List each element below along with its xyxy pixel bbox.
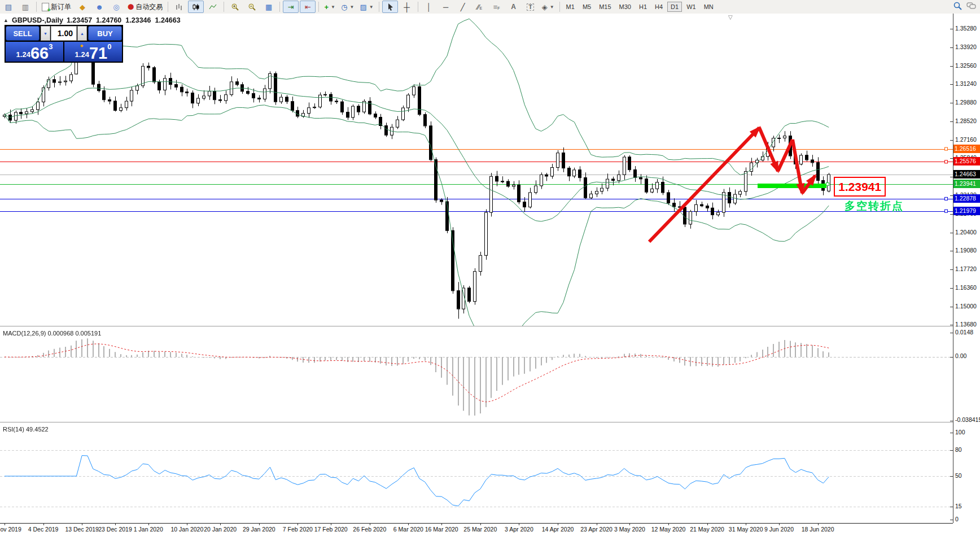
toolbar-separator [559, 2, 560, 12]
tile-windows-button[interactable]: ▦ [261, 1, 277, 13]
main-chart-canvas[interactable] [0, 14, 953, 326]
autotrading-label: 自动交易 [135, 2, 163, 12]
text-button[interactable]: A [506, 1, 522, 13]
volume-increase-button[interactable]: ▲ [77, 26, 87, 41]
tf-button-m1[interactable]: M1 [563, 2, 578, 12]
chart-shift-button[interactable]: ⇤ [300, 1, 316, 13]
text-label-button[interactable]: T [523, 1, 539, 13]
x-axis-label: 17 Feb 2020 [311, 526, 351, 533]
fibonacci-button[interactable]: ≡F [489, 1, 505, 13]
y-axis-label: 1.17720 [955, 265, 980, 273]
bar-chart-button[interactable] [171, 1, 187, 13]
sell-price-prefix: 1.24 [16, 50, 30, 59]
new-chart-button[interactable]: ▤ [1, 1, 16, 13]
x-axis-tick [408, 523, 409, 525]
zoom-out-icon [248, 3, 256, 11]
x-axis-label: 9 Jun 2020 [759, 526, 799, 533]
candlestick-chart-button[interactable] [188, 1, 204, 13]
rsi-label: RSI(14) [3, 426, 24, 433]
zoom-in-icon [231, 3, 239, 11]
market-button[interactable]: ◆ [75, 1, 90, 13]
arrows-button[interactable]: ◈▼ [540, 1, 557, 13]
x-axis-tick [82, 523, 82, 525]
tf-button-d1[interactable]: D1 [667, 2, 682, 12]
buy-price-big: 71 [89, 46, 107, 60]
buy-price-display[interactable]: ◆ 1.24 71 0 [64, 42, 122, 62]
auto-scroll-button[interactable]: ⇥ [283, 1, 299, 13]
hline-label-support1[interactable]: 1.22878 [953, 194, 980, 203]
profiles-button[interactable]: ▥ [18, 1, 33, 13]
macd-axis-label: -0.038415 [955, 416, 980, 424]
turning-point-note[interactable]: 多空转折点 [845, 199, 904, 213]
indicators-button[interactable]: +▼ [322, 1, 338, 13]
search-icon[interactable] [953, 1, 962, 10]
tf-button-m5[interactable]: M5 [579, 2, 594, 12]
x-axis-tick [746, 523, 746, 525]
auto-scroll-icon: ⇥ [288, 3, 294, 11]
sell-price-display[interactable]: 1.24 66 3 [6, 42, 63, 62]
text-icon: A [511, 3, 516, 10]
rsi-title: RSI(14) 49.4522 [3, 426, 49, 433]
chevron-down-icon: ▼ [331, 5, 335, 10]
vertical-line-button[interactable]: │ [421, 1, 437, 13]
y-axis-label: 1.16360 [955, 284, 980, 291]
tf-button-mn[interactable]: MN [701, 2, 717, 12]
volume-input[interactable]: 1.00 [51, 26, 77, 41]
hline-label-resistance2[interactable]: 1.25576 [953, 157, 980, 165]
hline-label-support-green[interactable]: 1.23941 [953, 180, 980, 188]
ohlc-high: 1.24760 [96, 16, 121, 24]
horizontal-line-button[interactable]: ─ [438, 1, 454, 13]
y-axis-label: 1.29880 [955, 99, 980, 106]
price-annotation-box[interactable]: 1.23941 [834, 177, 886, 197]
x-axis-tick [441, 523, 442, 525]
y-axis-label: 1.32560 [955, 62, 980, 69]
y-axis-label: 1.31240 [955, 80, 980, 88]
x-axis-tick [779, 523, 780, 525]
volume-decrease-button[interactable]: ▼ [41, 26, 50, 41]
signals-button[interactable]: ☻ [91, 1, 107, 13]
chart-shift-icon: ⇤ [305, 3, 311, 11]
add-indicator-icon: + [324, 3, 329, 11]
tf-button-w1[interactable]: W1 [683, 2, 699, 12]
chat-icon[interactable] [966, 2, 977, 10]
collapse-panel-toggle[interactable]: ▲ [3, 18, 8, 23]
toolbar-separator [36, 2, 37, 12]
buy-button[interactable]: BUY [88, 26, 122, 41]
tf-button-m15[interactable]: M15 [596, 2, 614, 12]
cursor-button[interactable] [382, 1, 398, 13]
chart-shift-marker[interactable]: ▽ [728, 14, 733, 20]
macd-axis-label: 0.00 [955, 352, 980, 360]
sell-price-big: 66 [30, 46, 49, 60]
hline-label-support2[interactable]: 1.21979 [953, 207, 980, 215]
channel-button[interactable]: ∕∕E [472, 1, 488, 13]
chevron-down-icon: ▼ [369, 5, 374, 10]
new-order-button[interactable]: + 新订单 [40, 1, 73, 13]
x-axis-tick [519, 523, 519, 525]
x-axis-tick [597, 523, 597, 525]
hline-label-resistance1[interactable]: 1.26516 [953, 145, 980, 153]
toolbar-separator [379, 2, 379, 12]
zoom-out-button[interactable] [244, 1, 260, 13]
rsi-pane-canvas[interactable] [0, 425, 953, 522]
tf-button-h4[interactable]: H4 [651, 2, 666, 12]
macd-pane-canvas[interactable] [0, 329, 953, 422]
chart-header: ▲ GBPUSD-,Daily 1.23457 1.24760 1.23346 … [3, 16, 181, 24]
trendline-button[interactable]: ╱ [455, 1, 471, 13]
vps-button[interactable]: ◎ [108, 1, 124, 13]
zoom-in-button[interactable] [227, 1, 243, 13]
x-axis-tick [148, 523, 149, 525]
x-axis-tick [370, 523, 370, 525]
x-axis-tick [707, 523, 708, 525]
line-chart-button[interactable] [205, 1, 221, 13]
timeframes-menu-button[interactable]: ◷▼ [339, 1, 356, 13]
templates-button[interactable]: ▨▼ [357, 1, 375, 13]
autotrading-button[interactable]: ⬤ 自动交易 [125, 1, 165, 13]
rsi-axis-label: 0 [955, 516, 980, 523]
toolbar: ▤ ▥ + 新订单 ◆ ☻ ◎ ⬤ 自动交易 ▦ ⇥ ⇤ +▼ ◷▼ ▨▼ ┼ … [0, 0, 980, 14]
market-icon: ◆ [80, 3, 85, 11]
tf-button-m30[interactable]: M30 [616, 2, 635, 12]
sell-button[interactable]: SELL [6, 26, 40, 41]
tf-button-h1[interactable]: H1 [636, 2, 650, 12]
chevron-down-icon: ▼ [350, 5, 355, 10]
crosshair-button[interactable]: ┼ [399, 1, 415, 13]
